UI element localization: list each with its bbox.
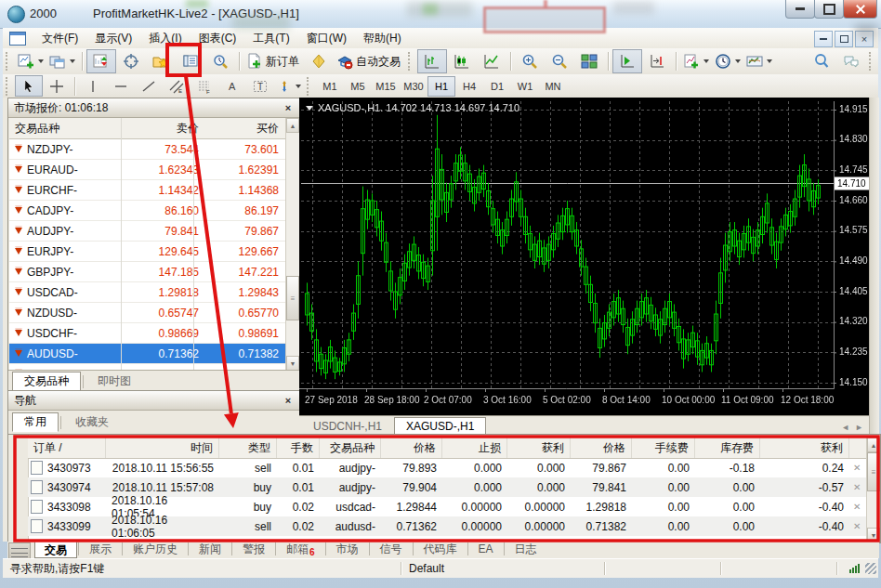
status-profile[interactable]: Default xyxy=(401,562,605,575)
auto-scroll-button[interactable] xyxy=(612,49,642,73)
child-restore-button[interactable] xyxy=(835,31,853,47)
market-watch-row[interactable]: EURCHF-1.143421.14368 xyxy=(9,180,299,201)
periods-button[interactable] xyxy=(712,49,743,73)
bottom-tab-EA[interactable]: EA xyxy=(469,542,503,556)
line-chart-button[interactable] xyxy=(477,49,506,73)
autotrading-button[interactable]: 自动交易 xyxy=(334,49,405,73)
new-chart-button[interactable] xyxy=(15,49,46,73)
chart-window-icon[interactable] xyxy=(9,32,26,46)
maximize-button[interactable] xyxy=(814,0,844,19)
orders-col-5[interactable]: 价格 xyxy=(381,438,442,458)
market-watch-row[interactable]: NZDJPY-73.54473.601 xyxy=(9,139,299,160)
title-bar[interactable]: 2000 ProfitMarketHK-Live2 - [XAGUSD-,H1] xyxy=(0,0,881,29)
child-close-button[interactable]: × xyxy=(855,31,874,47)
market-watch-row[interactable]: CADJPY-86.16086.197 xyxy=(9,201,299,221)
col-bid[interactable]: 卖价 xyxy=(126,121,206,137)
text-label-tool-button[interactable]: T xyxy=(246,75,274,97)
search-button[interactable] xyxy=(807,49,836,73)
new-order-button[interactable]: 新订单 xyxy=(243,49,304,73)
scroll-thumb[interactable]: ≡ xyxy=(286,276,299,320)
orders-table-header[interactable]: 订单 /时间类型手数交易品种价格止损获利价格手续费库存费获利 xyxy=(28,438,867,459)
orders-col-1[interactable]: 时间 xyxy=(106,438,219,458)
terminal-scrollbar[interactable]: ▲ ≡ ▼ xyxy=(866,438,880,542)
terminal-button[interactable] xyxy=(176,49,205,73)
menu-I[interactable]: 插入(I) xyxy=(140,28,190,49)
menu-V[interactable]: 显示(V) xyxy=(86,28,140,49)
timeframe-MN[interactable]: MN xyxy=(539,76,567,97)
mw-tab-0[interactable]: 交易品种 xyxy=(12,372,81,391)
orders-col-6[interactable]: 止损 xyxy=(442,438,507,458)
timeframe-W1[interactable]: W1 xyxy=(511,76,539,97)
orders-col-8[interactable]: 价格 xyxy=(571,438,632,458)
arrows-tool-button[interactable] xyxy=(274,75,304,97)
close-icon[interactable]: × xyxy=(282,101,295,114)
crosshair-tool-button[interactable] xyxy=(43,75,71,97)
market-watch-row[interactable]: EURJPY-129.645129.667 xyxy=(9,242,299,262)
orders-col-4[interactable]: 交易品种 xyxy=(320,438,381,458)
child-minimize-button[interactable] xyxy=(814,31,833,47)
menu-F[interactable]: 文件(F) xyxy=(33,28,86,49)
resize-grip[interactable] xyxy=(865,563,876,574)
indicators-button[interactable] xyxy=(680,49,712,73)
bottom-tab-展示[interactable]: 展示 xyxy=(80,542,121,556)
market-watch-row[interactable]: AUDUSD-0.713620.71382 xyxy=(9,344,299,364)
orders-col-11[interactable]: 获利 xyxy=(760,438,849,458)
vline-tool-button[interactable] xyxy=(79,75,107,97)
scroll-down-icon[interactable]: ▼ xyxy=(286,356,299,371)
orders-col-10[interactable]: 库存费 xyxy=(695,438,760,458)
close-icon[interactable]: × xyxy=(282,394,295,407)
orders-col-9[interactable]: 手续费 xyxy=(632,438,695,458)
chat-button[interactable] xyxy=(836,49,866,73)
nav-tab-0[interactable]: 常用 xyxy=(12,412,59,432)
bottom-tab-新闻[interactable]: 新闻 xyxy=(190,542,230,556)
chart-tab-1[interactable]: XAGUSD-,H1 xyxy=(394,417,486,435)
fibonacci-tool-button[interactable]: F xyxy=(191,75,218,97)
scroll-down-icon[interactable]: ▼ xyxy=(867,528,880,542)
text-tool-button[interactable]: A xyxy=(218,75,246,97)
bottom-tab-代码库[interactable]: 代码库 xyxy=(414,542,467,556)
chart-shift-button[interactable] xyxy=(642,49,672,73)
bar-chart-button[interactable] xyxy=(417,49,447,73)
market-watch-row[interactable]: USDCHF-0.986690.98691 xyxy=(9,323,299,344)
bottom-tab-邮箱[interactable]: 邮箱6 xyxy=(277,542,324,556)
tile-windows-button[interactable] xyxy=(574,49,604,73)
close-button[interactable] xyxy=(843,0,877,19)
chart-tab-0[interactable]: USDCNH-,H1 xyxy=(301,417,394,435)
candle-chart-button[interactable] xyxy=(447,49,477,73)
col-symbol[interactable]: 交易品种 xyxy=(9,121,126,137)
col-ask[interactable]: 买价 xyxy=(206,121,286,137)
orders-col-0[interactable]: 订单 / xyxy=(28,438,106,458)
tab-scroll-right-icon[interactable]: ► xyxy=(855,423,863,432)
timeframe-D1[interactable]: D1 xyxy=(483,76,511,97)
market-watch-scrollbar[interactable]: ▲ ≡ ▼ xyxy=(285,118,299,371)
orders-col-3[interactable]: 手数 xyxy=(277,438,320,458)
timeframe-M1[interactable]: M1 xyxy=(316,76,344,97)
bottom-tab-交易[interactable]: 交易 xyxy=(34,542,77,558)
market-watch-header[interactable]: 交易品种 卖价 买价 xyxy=(9,118,299,139)
market-watch-button[interactable] xyxy=(86,49,116,73)
bottom-tab-账户历史[interactable]: 账户历史 xyxy=(124,542,187,556)
price-chart[interactable] xyxy=(299,98,869,415)
market-watch-row[interactable]: GBPJPY-147.185147.221 xyxy=(9,262,299,282)
timeframe-M30[interactable]: M30 xyxy=(400,76,427,97)
bottom-tab-警报[interactable]: 警报 xyxy=(233,542,274,556)
bottom-tab-日志[interactable]: 日志 xyxy=(506,542,546,556)
menu-H[interactable]: 帮助(H) xyxy=(355,28,410,49)
market-watch-row[interactable]: NZDUSD-0.657470.65770 xyxy=(9,303,299,323)
chevron-down-icon[interactable] xyxy=(767,59,772,63)
cursor-tool-button[interactable] xyxy=(15,75,43,97)
favorites-button[interactable] xyxy=(146,49,176,73)
channel-tool-button[interactable]: E xyxy=(163,75,191,97)
orders-col-2[interactable]: 类型 xyxy=(219,438,277,458)
zoom-in-button[interactable] xyxy=(515,49,545,73)
order-row[interactable]: 34330992018.10.16 01:06:05sell0.02audusd… xyxy=(28,516,867,536)
hline-tool-button[interactable] xyxy=(107,75,135,97)
market-watch-row[interactable]: EURAUD-1.623431.62391 xyxy=(9,160,299,180)
metaeditor-button[interactable] xyxy=(304,49,334,73)
menu-W[interactable]: 窗口(W) xyxy=(298,28,355,49)
navigator-title[interactable]: 导航 × xyxy=(8,391,300,411)
strategy-tester-button[interactable] xyxy=(205,49,235,73)
chevron-down-icon[interactable] xyxy=(296,85,301,88)
market-watch-row[interactable]: USDCAD-1.298181.29843 xyxy=(9,282,299,303)
timeframe-M15[interactable]: M15 xyxy=(372,76,400,97)
